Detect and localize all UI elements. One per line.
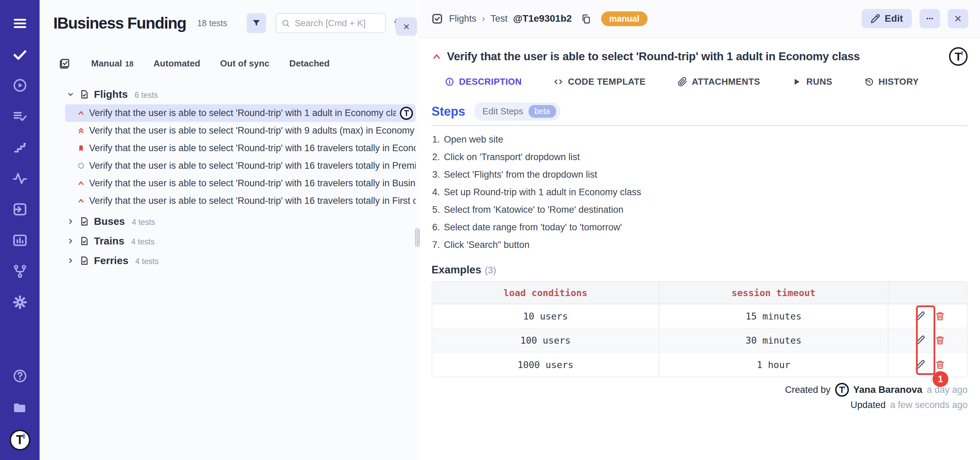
brand-logo[interactable]: T (10, 430, 30, 450)
steps-icon[interactable] (12, 139, 28, 156)
trash-icon (935, 359, 945, 370)
suite-row-flights[interactable]: Flights 6 tests (40, 85, 416, 104)
step-item: Click on 'Transport' dropdown list (442, 152, 967, 162)
cell-timeout: 1 hour (659, 353, 888, 377)
pencil-icon (915, 359, 925, 370)
folder-icon[interactable] (12, 399, 28, 415)
delete-row-button[interactable] (935, 335, 946, 346)
test-row[interactable]: Verify that the user is able to select '… (65, 122, 416, 139)
tab-attachments[interactable]: ATTACHMENTS (678, 77, 760, 87)
edit-row-button[interactable] (915, 311, 926, 322)
pencil-icon (915, 335, 925, 345)
import-icon[interactable] (12, 201, 28, 217)
test-row[interactable]: Verify that the user is able to select '… (65, 157, 416, 174)
updated-ago: a few seconds ago (890, 400, 967, 410)
funnel-icon (251, 18, 261, 28)
search-input[interactable] (275, 13, 386, 33)
close-button[interactable] (948, 9, 968, 28)
gear-icon[interactable] (12, 294, 28, 311)
suite-row-ferries[interactable]: Ferries 4 tests (40, 251, 416, 270)
check-icon[interactable] (12, 46, 28, 63)
edit-button-label: Edit (885, 13, 903, 24)
cell-load: 1000 users (432, 353, 659, 377)
more-button[interactable] (920, 9, 940, 28)
suite-name: Flights (94, 88, 128, 100)
history-icon (864, 77, 874, 87)
suite-count: 4 tests (132, 216, 155, 227)
updated-line: Updated a few seconds ago (851, 400, 967, 410)
detail-header: Flights › Test @T1e9301b2 manual Edit (419, 0, 980, 38)
activity-icon[interactable] (12, 170, 28, 187)
test-id: @T1e9301b2 (513, 13, 572, 24)
trash-icon (935, 335, 945, 345)
detail-body: Verify that the user is able to select '… (419, 38, 980, 417)
tab-label: Out of sync (220, 58, 269, 69)
report-icon[interactable] (12, 232, 28, 249)
tab-runs[interactable]: RUNS (792, 77, 832, 87)
copy-icon[interactable] (580, 13, 592, 24)
assignee-logo: T (400, 107, 413, 120)
test-row[interactable]: Verify that the user is able to select '… (65, 174, 416, 192)
app-root: T IBusiness Funding 18 tests × Manual18 … (0, 0, 980, 460)
tab-code-template[interactable]: CODE TEMPLATE (553, 77, 646, 87)
author-name: Yana Baranova (853, 384, 923, 395)
help-icon[interactable] (12, 368, 28, 384)
test-row[interactable]: Verify that the user is able to select '… (65, 192, 416, 210)
breadcrumb-suite[interactable]: Flights (449, 13, 477, 24)
tab-out-of-sync[interactable]: Out of sync (220, 58, 269, 69)
table-header-row: load conditions session timeout (432, 282, 967, 304)
edit-steps-label: Edit Steps (482, 106, 523, 117)
test-row[interactable]: Verify that the user is able to select '… (65, 104, 416, 122)
chevron-right-icon (67, 237, 75, 245)
test-row[interactable]: Verify that the user is able to select '… (65, 139, 416, 157)
collapse-panel-button[interactable]: × (396, 17, 417, 36)
tab-detached[interactable]: Detached (290, 58, 330, 69)
priority-highest-icon (77, 126, 85, 135)
suites-panel: IBusiness Funding 18 tests × Manual18 Au… (40, 0, 416, 460)
author-logo: T (949, 47, 967, 66)
file-check-icon (79, 256, 89, 266)
test-title: Verify that the user is able to select '… (89, 178, 416, 188)
brand-logo-letter: T (839, 385, 845, 395)
branch-icon[interactable] (12, 263, 28, 280)
tab-manual[interactable]: Manual18 (91, 58, 134, 69)
suite-count: 4 tests (131, 236, 154, 246)
tab-label: CODE TEMPLATE (568, 77, 646, 87)
created-label: Created by (785, 385, 830, 395)
beta-badge: beta (528, 105, 557, 118)
play-circle-icon[interactable] (12, 77, 28, 94)
tab-history[interactable]: HISTORY (864, 77, 919, 87)
edit-button[interactable]: Edit (862, 9, 912, 28)
step-item: Click 'Search" button (442, 240, 967, 250)
edit-steps-button[interactable]: Edit Steps beta (474, 102, 560, 120)
row-actions (888, 359, 967, 370)
annotation-badge: 1 (932, 371, 948, 387)
suites-header: IBusiness Funding 18 tests (40, 0, 416, 33)
suite-row-buses[interactable]: Buses 4 tests (40, 212, 416, 231)
file-check-icon (79, 216, 89, 227)
column-header: session timeout (659, 282, 888, 304)
suite-row-trains[interactable]: Trains 4 tests (40, 232, 416, 251)
filter-button[interactable] (247, 13, 266, 33)
table-row: 10 users 15 minutes (432, 304, 967, 329)
status-badge: manual (601, 11, 648, 26)
tab-description[interactable]: DESCRIPTION (445, 77, 522, 87)
examples-header: Examples(3) (431, 264, 967, 276)
tab-label: ATTACHMENTS (692, 77, 760, 87)
priority-high-icon (77, 179, 85, 188)
tab-label: Automated (153, 58, 200, 69)
delete-row-button[interactable] (935, 359, 946, 370)
list-check-icon[interactable] (12, 108, 28, 125)
brand-logo-letter: T (404, 109, 409, 118)
delete-row-button[interactable] (935, 311, 946, 322)
test-title: Verify that the user is able to select '… (89, 196, 416, 206)
chevron-down-icon (67, 90, 75, 99)
menu-icon[interactable] (12, 15, 28, 32)
row-actions (888, 335, 967, 346)
edit-row-button[interactable] (915, 359, 926, 370)
steps-list: Open web site Click on 'Transport' dropd… (431, 134, 967, 250)
priority-normal-icon (77, 161, 85, 170)
tab-automated[interactable]: Automated (153, 58, 200, 69)
edit-row-button[interactable] (915, 335, 926, 346)
project-title: IBusiness Funding (53, 14, 186, 32)
